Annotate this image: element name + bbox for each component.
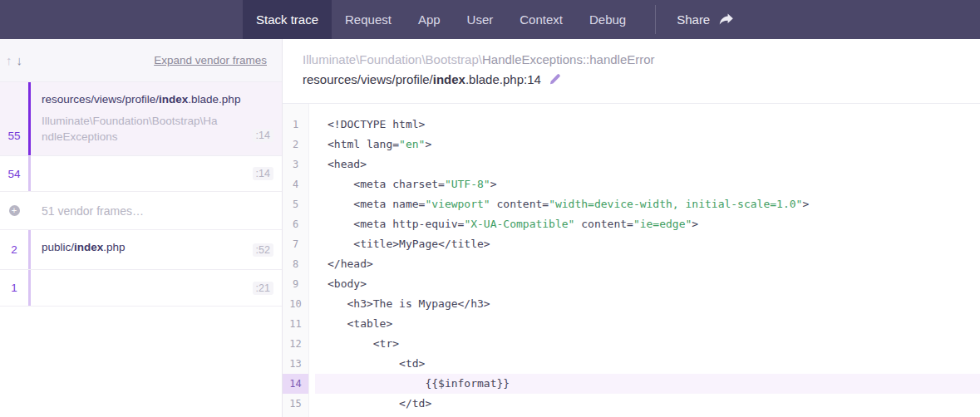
code-text: <h3>The is Mypage</h3> [315,294,980,314]
code-text: <tr> [315,334,980,354]
nav-tab-context[interactable]: Context [506,0,576,39]
code-line: 7 <title>MyPage</title> [283,234,980,254]
line-number: 2 [283,135,308,155]
stack-frame-row[interactable]: 2public/index.php:52 [0,230,282,270]
nav-tab-request[interactable]: Request [332,0,405,39]
frame-line-badge: :14 [253,129,273,142]
line-number: 15 [283,394,308,414]
code-panel: Illuminate\Foundation\Bootstrap\HandleEx… [283,39,980,417]
code-panel-header: Illuminate\Foundation\Bootstrap\HandleEx… [283,39,980,104]
vendor-frames-group[interactable]: +51 vendor frames… [0,192,282,230]
nav-tab-app[interactable]: App [405,0,454,39]
code-text: <meta http-equiv="X-UA-Compatible" conte… [315,214,980,234]
previous-frame-arrow-icon[interactable]: ↑ [6,53,12,67]
code-text: <meta charset="UTF-8"> [315,174,980,194]
frame-line-badge: :21 [253,282,273,295]
frame-line-badge: :14 [253,167,273,180]
main-container: ↑ ↓ Expand vendor frames 55resources/vie… [0,39,980,417]
file-path-prefix: resources/views/profile/ [303,72,433,86]
code-text: <meta name="viewport" content="width=dev… [315,194,980,214]
method-name: HandleExceptions::handleError [482,52,655,66]
nav-tab-debug[interactable]: Debug [576,0,639,39]
file-name-bold: index [433,72,465,86]
vendor-frames-label: 51 vendor frames… [42,204,144,218]
code-text: </head> [315,254,980,274]
frame-file-path: resources/views/profile/index.blade.php [42,93,253,105]
share-button[interactable]: Share [656,0,754,39]
expand-vendor-frames-link[interactable]: Expand vendor frames [154,54,267,66]
frame-class-name: Illuminate\Foundation\Bootstrap\HandleEx… [42,113,220,145]
code-line-highlighted: 14 {{$informat}} [283,374,980,394]
nav-tab-user[interactable]: User [454,0,507,39]
code-text: </td> [315,394,980,414]
stack-frames-sidebar: ↑ ↓ Expand vendor frames 55resources/vie… [0,39,283,417]
method-namespace: Illuminate\Foundation\Bootstrap\ [303,52,482,66]
file-path-line: resources/views/profile/index.blade.php:… [303,72,980,86]
plus-circle-icon: + [9,205,20,216]
nav-tab-stack-trace[interactable]: Stack trace [243,0,332,39]
code-line: 3<head> [283,155,980,174]
frames-list: 55resources/views/profile/index.blade.ph… [0,82,282,307]
share-label: Share [677,12,710,27]
file-path: resources/views/profile/index.blade.php:… [303,72,541,86]
code-line: 5 <meta name="viewport" content="width=d… [283,194,980,214]
code-line: 1<!DOCTYPE html> [283,115,980,135]
code-line: 2<html lang="en"> [283,135,980,155]
code-text: <head> [315,155,980,174]
code-line: 12 <tr> [283,334,980,354]
frame-number: 54 [0,156,28,191]
code-line: 4 <meta charset="UTF-8"> [283,174,980,194]
code-text: <!DOCTYPE html> [315,115,980,135]
frame-file-path: public/index.php [42,241,253,253]
code-line: 6 <meta http-equiv="X-UA-Compatible" con… [283,214,980,234]
stack-frame-row[interactable]: 1:21 [0,270,282,307]
frame-number: 1 [0,270,28,306]
line-number: 12 [283,334,308,354]
code-text: <td> [315,354,980,374]
line-number: 14 [283,374,308,394]
line-number: 6 [283,214,308,234]
frame-navigation-arrows: ↑ ↓ [6,53,22,67]
line-number: 11 [283,314,308,334]
frame-line-badge: :52 [253,243,273,257]
next-frame-arrow-icon[interactable]: ↓ [17,53,23,67]
code-text: <body> [315,274,980,294]
frame-number: 55 [0,130,28,142]
line-number: 13 [283,354,308,374]
sidebar-header: ↑ ↓ Expand vendor frames [0,39,282,82]
code-line: 10 <h3>The is Mypage</h3> [283,294,980,314]
exception-method-breadcrumb: Illuminate\Foundation\Bootstrap\HandleEx… [303,52,980,66]
code-text: <table> [315,314,980,334]
line-number: 1 [283,115,308,135]
line-number: 10 [283,294,308,314]
line-number: 8 [283,254,308,274]
code-line: 9<body> [283,274,980,294]
code-text: {{$informat}} [315,374,980,394]
line-number: 7 [283,234,308,254]
code-text: <title>MyPage</title> [315,234,980,254]
file-path-suffix: .blade.php:14 [465,72,541,86]
nav-tabs: Stack traceRequestAppUserContextDebug [243,0,639,39]
top-nav-bar: Stack traceRequestAppUserContextDebug Sh… [0,0,980,39]
code-line: 13 <td> [283,354,980,374]
code-line: 11 <table> [283,314,980,334]
code-viewer: 1<!DOCTYPE html>2<html lang="en">3<head>… [283,104,980,417]
line-number: 3 [283,155,308,174]
edit-file-pencil-icon[interactable] [549,73,561,86]
code-text: <html lang="en"> [315,135,980,155]
stack-frame-row[interactable]: 55resources/views/profile/index.blade.ph… [0,82,282,156]
stack-frame-row[interactable]: 54:14 [0,156,282,192]
code-line: 15 </td> [283,394,980,414]
frame-number: 2 [0,230,28,269]
line-number: 4 [283,174,308,194]
code-line: 8</head> [283,254,980,274]
line-number: 5 [283,194,308,214]
share-arrow-icon [719,13,733,26]
line-number: 9 [283,274,308,294]
